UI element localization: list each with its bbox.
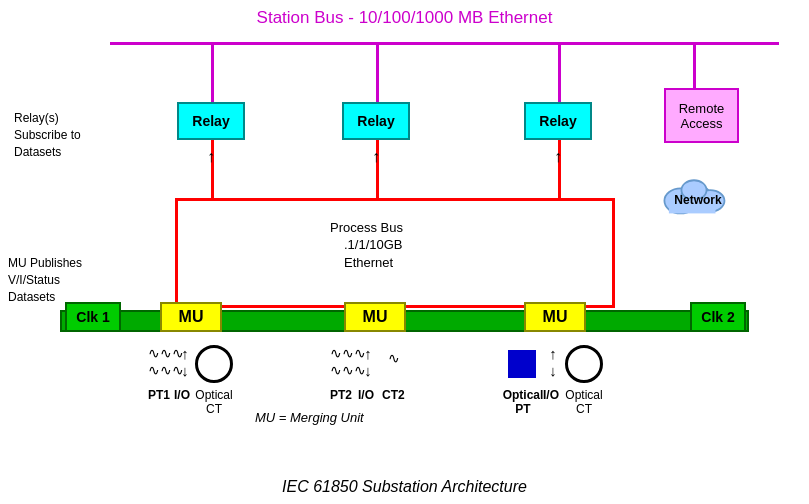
io3-arrows: ↑↓ — [543, 345, 563, 379]
remote-access-box: Remote Access — [664, 88, 739, 143]
relay3-up-arrow: ↑ — [554, 148, 562, 166]
proc-bus-top — [175, 198, 615, 201]
merging-unit-label: MU = Merging Unit — [255, 410, 364, 425]
relay2-up-arrow: ↑ — [372, 148, 380, 166]
mu3-box: MU — [524, 302, 586, 332]
mu-publishes-label: MU Publishes V/I/Status Datasets — [8, 255, 82, 305]
relay3-station-vline — [558, 42, 561, 110]
relay1-box: Relay — [177, 102, 245, 140]
pt1-label: PT1 — [148, 388, 170, 402]
ct2-symbol: ∿ — [388, 350, 400, 367]
proc-bus-left — [175, 198, 178, 308]
process-bus-sub: .1/1/10GB — [344, 237, 403, 252]
proc-bus-right — [612, 198, 615, 308]
relay3-box: Relay — [524, 102, 592, 140]
relay1-station-vline — [211, 42, 214, 110]
mu2-box: MU — [344, 302, 406, 332]
optical-ct2 — [565, 345, 603, 383]
relay-subscribe-label: Relay(s) Subscribe to Datasets — [14, 110, 81, 160]
relay2-box: Relay — [342, 102, 410, 140]
network-label: Network — [658, 193, 738, 207]
optical-ct1-label: OpticalCT — [189, 388, 239, 416]
clk1-box: Clk 1 — [65, 302, 121, 332]
bottom-title: IEC 61850 Substation Architecture — [0, 478, 809, 496]
process-bus-label: Process Bus — [330, 220, 403, 235]
process-bus-sub2: Ethernet — [344, 255, 393, 270]
io1-arrows: ↑↓ — [175, 345, 195, 379]
optical-ct1 — [195, 345, 233, 383]
network-cloud — [658, 165, 730, 217]
io3-label: I/O — [543, 388, 559, 402]
optical-pt-label: OpticalPT — [498, 388, 548, 416]
relay1-up-arrow: ↑ — [207, 148, 215, 166]
page-title: Station Bus - 10/100/1000 MB Ethernet — [0, 8, 809, 28]
optical-ct2-label: OpticalCT — [559, 388, 609, 416]
optical-pt-square — [508, 350, 536, 378]
relay2-station-vline — [376, 42, 379, 110]
diagram: Station Bus - 10/100/1000 MB Ethernet Re… — [0, 0, 809, 504]
clk2-box: Clk 2 — [690, 302, 746, 332]
pt2-label: PT2 — [330, 388, 352, 402]
io2-label: I/O — [358, 388, 374, 402]
io1-label: I/O — [174, 388, 190, 402]
mu1-box: MU — [160, 302, 222, 332]
io2-arrows: ↑↓ — [358, 345, 378, 379]
ct2-label: CT2 — [382, 388, 405, 402]
